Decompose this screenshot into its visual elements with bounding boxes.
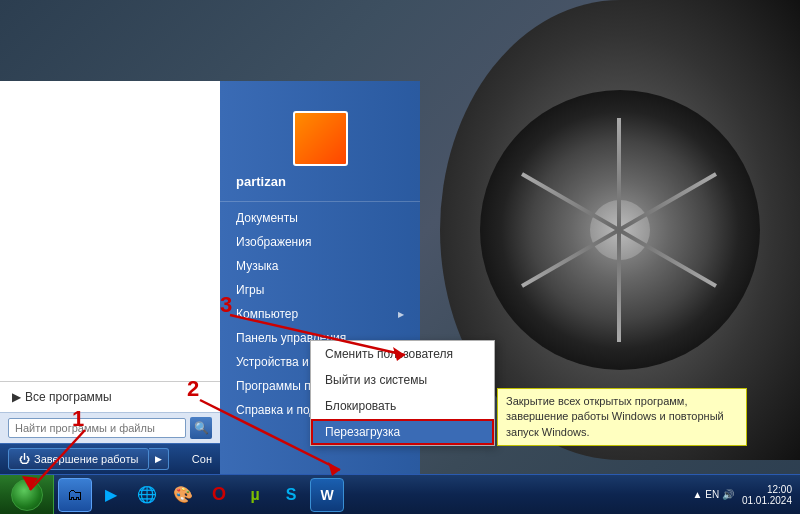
- start-orb-icon: [11, 479, 43, 511]
- shutdown-group: ⏻ Завершение работы ▶: [8, 448, 169, 470]
- sign-out-item[interactable]: Выйти из системы: [311, 367, 494, 393]
- shutdown-button[interactable]: ⏻ Завершение работы: [8, 448, 149, 470]
- sleep-label: Сон: [192, 453, 212, 465]
- taskbar-right: ▲ EN 🔊 12:0001.01.2024: [693, 484, 800, 506]
- search-button[interactable]: 🔍: [190, 417, 212, 439]
- clock: 12:0001.01.2024: [742, 484, 792, 506]
- all-programs-button[interactable]: ▶ Все программы: [8, 388, 212, 406]
- taskbar: 🗂 ▶ 🌐 🎨 O µ S W ▲ EN 🔊 12:0001.01.2024: [0, 474, 800, 514]
- paint-taskbar-icon[interactable]: 🎨: [166, 478, 200, 512]
- restart-item[interactable]: Перезагрузка: [311, 419, 494, 445]
- shutdown-submenu: Сменить пользователя Выйти из системы Бл…: [310, 340, 495, 446]
- word-taskbar-icon[interactable]: W: [310, 478, 344, 512]
- all-programs-arrow-icon: ▶: [12, 390, 21, 404]
- start-menu-left: ▶ Все программы 🔍 ⏻ Завершение работы ▶ …: [0, 81, 220, 474]
- start-button[interactable]: [0, 475, 54, 515]
- lock-item[interactable]: Блокировать: [311, 393, 494, 419]
- all-programs-label: Все программы: [25, 390, 112, 404]
- search-input[interactable]: [8, 418, 186, 438]
- search-area: 🔍: [0, 412, 220, 443]
- media-taskbar-icon[interactable]: ▶: [94, 478, 128, 512]
- computer-item[interactable]: Компьютер: [220, 302, 420, 326]
- games-item[interactable]: Игры: [220, 278, 420, 302]
- explorer-taskbar-icon[interactable]: 🗂: [58, 478, 92, 512]
- shutdown-arrow-button[interactable]: ▶: [149, 448, 169, 470]
- start-menu-programs-list: [0, 81, 220, 381]
- username-display: partizan: [220, 174, 420, 202]
- start-menu-bottom: ⏻ Завершение работы ▶ Сон: [0, 443, 220, 474]
- utorrent-taskbar-icon[interactable]: µ: [238, 478, 272, 512]
- all-programs-area: ▶ Все программы: [0, 381, 220, 412]
- chrome-taskbar-icon[interactable]: 🌐: [130, 478, 164, 512]
- images-item[interactable]: Изображения: [220, 230, 420, 254]
- power-icon: ⏻: [19, 453, 30, 465]
- opera-taskbar-icon[interactable]: O: [202, 478, 236, 512]
- music-item[interactable]: Музыка: [220, 254, 420, 278]
- switch-user-item[interactable]: Сменить пользователя: [311, 341, 494, 367]
- taskbar-icons: 🗂 ▶ 🌐 🎨 O µ S W: [54, 478, 348, 512]
- system-tray: ▲ EN 🔊: [693, 489, 734, 500]
- skype-taskbar-icon[interactable]: S: [274, 478, 308, 512]
- user-avatar: [293, 111, 348, 166]
- documents-item[interactable]: Документы: [220, 206, 420, 230]
- shutdown-label: Завершение работы: [34, 453, 138, 465]
- restart-tooltip: Закрытие всех открытых программ, заверше…: [497, 388, 747, 446]
